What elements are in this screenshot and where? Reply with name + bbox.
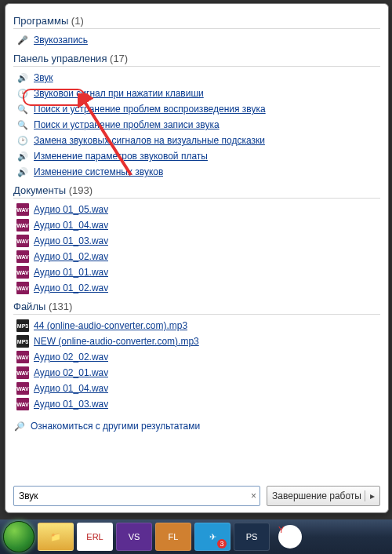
yandex-icon: Y: [278, 525, 302, 549]
shutdown-button[interactable]: Завершение работы ▸: [267, 486, 380, 506]
section-title: Файлы: [13, 301, 45, 312]
search-result-item[interactable]: 🔍Поиск и устранение проблем воспроизведе…: [13, 101, 380, 117]
taskbar-app-button[interactable]: PS: [234, 523, 270, 551]
search-result-item[interactable]: WAVАудио 01_03.wav: [13, 233, 380, 249]
folder-icon: 📁: [50, 532, 61, 542]
wav-icon: WAV: [16, 266, 29, 279]
search-result-item[interactable]: 🔊Изменение системных звуков: [13, 164, 380, 180]
section-documents-header: Документы (193): [13, 184, 380, 199]
search-icon: 🔎: [13, 420, 26, 432]
result-label: Аудио 01_04.wav: [34, 220, 108, 231]
wav-icon: WAV: [16, 398, 29, 410]
search-result-item[interactable]: WAVАудио 01_03.wav: [13, 396, 380, 412]
section-title: Документы: [13, 184, 66, 196]
section-count: (17): [110, 53, 128, 64]
search-result-item[interactable]: WAVАудио 01_04.wav: [13, 381, 380, 396]
section-title: Программы: [13, 15, 68, 27]
section-files-header: Файлы (131): [13, 301, 380, 315]
search-result-item[interactable]: WAVАудио 01_04.wav: [13, 217, 380, 233]
result-label: Аудио 01_02.wav: [34, 251, 108, 262]
clear-search-icon[interactable]: ×: [251, 490, 256, 501]
app-icon: PS: [246, 532, 258, 541]
wav-icon: WAV: [16, 351, 29, 363]
section-control-panel-header: Панель управления (17): [13, 53, 380, 67]
result-label: Аудио 01_03.wav: [34, 399, 108, 410]
search-result-item[interactable]: 🔊Изменение параметров звуковой платы: [13, 148, 380, 164]
speaker-icon: 🔊: [16, 150, 29, 162]
result-label: Аудио 02_02.wav: [34, 352, 108, 363]
search-result-item[interactable]: WAVАудио 01_01.wav: [13, 264, 380, 280]
files-list: MP344 (online-audio-converter.com).mp3MP…: [13, 318, 380, 412]
result-label: Аудио 01_01.wav: [34, 267, 108, 278]
taskbar: 📁 ERL VS FL ✈ 3 PS Y: [0, 519, 392, 554]
search-result-item[interactable]: 🕑Звуковой сигнал при нажатии клавиши: [13, 86, 380, 101]
search-result-item[interactable]: WAVАудио 02_02.wav: [13, 349, 380, 365]
search-result-item[interactable]: 🕑Замена звуковых сигналов на визуальные …: [13, 133, 380, 148]
taskbar-yandex-button[interactable]: Y: [273, 523, 307, 550]
mp3-icon: MP3: [16, 319, 29, 332]
flstudio-icon: FL: [169, 532, 179, 541]
more-results-label: Ознакомиться с другими результатами: [31, 421, 200, 432]
search-icon: 🔍: [16, 103, 29, 115]
search-result-item[interactable]: 🔊Звук: [13, 70, 380, 86]
documents-list: WAVАудио 01_05.wavWAVАудио 01_04.wavWAVА…: [13, 202, 380, 296]
section-count: (193): [69, 184, 93, 196]
clock-icon: 🕑: [16, 87, 29, 100]
search-input[interactable]: [17, 490, 251, 502]
mp3-icon: MP3: [16, 335, 29, 348]
shutdown-label: Завершение работы: [272, 490, 361, 501]
result-label: Аудио 01_04.wav: [34, 383, 108, 394]
section-title: Панель управления: [13, 53, 107, 64]
wav-icon: WAV: [16, 282, 29, 294]
search-result-item[interactable]: WAVАудио 01_02.wav: [13, 280, 380, 296]
visual-studio-icon: VS: [129, 532, 140, 541]
taskbar-telegram-button[interactable]: ✈ 3: [194, 523, 230, 551]
search-result-item[interactable]: MP3NEW (online-audio-converter.com).mp3: [13, 333, 380, 349]
taskbar-flstudio-button[interactable]: FL: [155, 523, 191, 551]
result-label: Звуковой сигнал при нажатии клавиши: [34, 88, 204, 99]
control-panel-list: 🔊Звук🕑Звуковой сигнал при нажатии клавиш…: [13, 70, 380, 180]
result-label: Поиск и устранение проблем записи звука: [34, 119, 220, 130]
search-box[interactable]: ×: [13, 486, 260, 506]
result-label: 44 (online-audio-converter.com).mp3: [34, 320, 187, 331]
result-label: NEW (online-audio-converter.com).mp3: [34, 336, 199, 347]
taskbar-visual-studio-button[interactable]: VS: [116, 523, 152, 551]
search-result-item[interactable]: WAVАудио 01_05.wav: [13, 202, 380, 217]
search-result-item[interactable]: WAVАудио 01_02.wav: [13, 249, 380, 264]
wav-icon: WAV: [16, 366, 29, 379]
taskbar-erlang-button[interactable]: ERL: [77, 523, 113, 551]
wav-icon: WAV: [16, 219, 29, 231]
search-result-item[interactable]: 🎤Звукозапись: [13, 32, 380, 48]
result-label: Аудио 01_02.wav: [34, 282, 108, 293]
search-result-item[interactable]: MP344 (online-audio-converter.com).mp3: [13, 318, 380, 333]
erlang-icon: ERL: [86, 532, 103, 541]
taskbar-explorer-button[interactable]: 📁: [38, 523, 74, 551]
wav-icon: WAV: [16, 382, 29, 395]
speaker-icon: 🔊: [16, 166, 29, 178]
notification-badge: 3: [217, 539, 227, 549]
search-icon: 🔍: [16, 118, 29, 131]
start-menu-search-results: Программы (1) 🎤Звукозапись Панель управл…: [5, 3, 389, 513]
telegram-icon: ✈: [209, 532, 216, 542]
see-more-results-link[interactable]: 🔎 Ознакомиться с другими результатами: [13, 420, 380, 432]
shutdown-options-arrow-icon[interactable]: ▸: [365, 490, 375, 501]
wav-icon: WAV: [16, 203, 29, 216]
search-result-item[interactable]: WAVАудио 02_01.wav: [13, 365, 380, 381]
start-menu-bottom-row: × Завершение работы ▸: [13, 486, 380, 506]
mic-icon: 🎤: [16, 34, 29, 46]
programs-list: 🎤Звукозапись: [13, 32, 380, 48]
result-label: Аудио 02_01.wav: [34, 367, 108, 378]
speaker-icon: 🔊: [16, 71, 29, 84]
wav-icon: WAV: [16, 235, 29, 247]
result-label: Звук: [34, 72, 53, 83]
clock-icon: 🕑: [16, 134, 29, 147]
result-label: Изменение параметров звуковой платы: [34, 151, 208, 162]
section-count: (131): [49, 301, 72, 312]
wav-icon: WAV: [16, 250, 29, 263]
start-button[interactable]: [3, 521, 34, 552]
search-result-item[interactable]: 🔍Поиск и устранение проблем записи звука: [13, 117, 380, 133]
result-label: Изменение системных звуков: [34, 166, 163, 177]
result-label: Замена звуковых сигналов на визуальные п…: [34, 135, 265, 146]
result-label: Поиск и устранение проблем воспроизведен…: [34, 104, 266, 115]
result-label: Аудио 01_03.wav: [34, 235, 108, 246]
